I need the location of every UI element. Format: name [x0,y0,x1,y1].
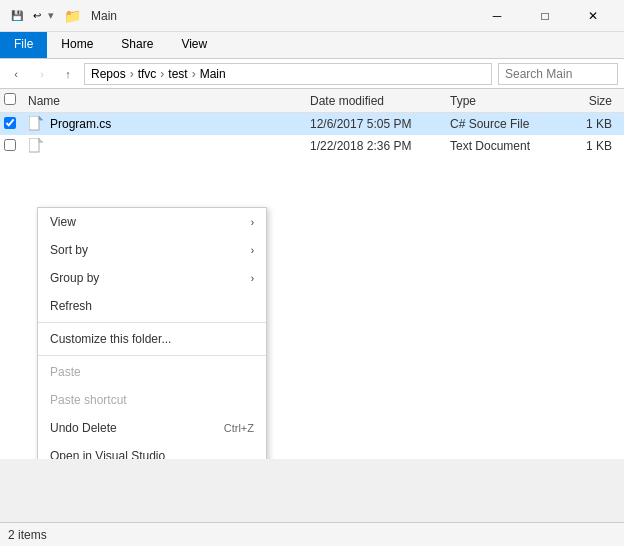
file-row-text[interactable]: 1/22/2018 2:36 PM Text Document 1 KB [0,135,624,157]
header-size[interactable]: Size [560,94,620,108]
window-icon: 📁 [64,8,81,24]
tab-view[interactable]: View [167,32,221,58]
up-btn[interactable]: ↑ [58,64,78,84]
restore-btn[interactable]: □ [522,0,568,32]
tab-file[interactable]: File [0,32,47,58]
path-repos: Repos [91,67,126,81]
file-type-2: Text Document [450,139,560,153]
ctx-group-label: Group by [50,271,99,285]
ribbon-tabs: File Home Share View [0,32,624,58]
file-date-2: 1/22/2018 2:36 PM [310,139,450,153]
file-type-1: C# Source File [450,117,560,131]
path-main: Main [200,67,226,81]
ctx-paste-shortcut-label: Paste shortcut [50,393,127,407]
ribbon: File Home Share View [0,32,624,59]
ctx-paste[interactable]: Paste [38,358,266,386]
file-row-program[interactable]: Program.cs 12/6/2017 5:05 PM C# Source F… [0,113,624,135]
header-checkbox[interactable] [4,93,24,108]
save-quick-btn[interactable]: 💾 [8,7,26,25]
forward-btn[interactable]: › [32,64,52,84]
status-bar: 2 items [0,522,624,546]
ctx-view-label: View [50,215,76,229]
back-btn[interactable]: ‹ [6,64,26,84]
tab-home[interactable]: Home [47,32,107,58]
ctx-customize-label: Customize this folder... [50,332,171,346]
ctx-view[interactable]: View › [38,208,266,236]
close-btn[interactable]: ✕ [570,0,616,32]
file-icon-1 [28,116,44,132]
file-size-1: 1 KB [560,117,620,131]
header-type[interactable]: Type [450,94,560,108]
address-path[interactable]: Repos › tfvc › test › Main [84,63,492,85]
ctx-undo-label: Undo Delete [50,421,117,435]
path-tfvc: tfvc [138,67,157,81]
ctx-open-vs[interactable]: Open in Visual Studio [38,442,266,459]
ctx-group-by[interactable]: Group by › [38,264,266,292]
file-pane: Name Date modified Type Size Program.cs … [0,89,624,459]
tab-share[interactable]: Share [107,32,167,58]
ctx-sort-by[interactable]: Sort by › [38,236,266,264]
path-test: test [168,67,187,81]
ctx-sep-2 [38,355,266,356]
path-sep-2: › [160,67,164,81]
ctx-undo-delete[interactable]: Undo Delete Ctrl+Z [38,414,266,442]
window-title: Main [91,9,117,23]
row-checkbox-2[interactable] [4,139,24,154]
ctx-sort-label: Sort by [50,243,88,257]
address-bar: ‹ › ↑ Repos › tfvc › test › Main [0,59,624,89]
undo-quick-btn[interactable]: ↩ [28,7,46,25]
file-name-text-1: Program.cs [50,117,111,131]
search-input[interactable] [498,63,618,85]
file-date-1: 12/6/2017 5:05 PM [310,117,450,131]
header-name[interactable]: Name [24,94,310,108]
file-name-1: Program.cs [24,116,310,132]
ctx-refresh-label: Refresh [50,299,92,313]
ctx-refresh[interactable]: Refresh [38,292,266,320]
row-checkbox-1[interactable] [4,117,24,132]
context-menu: View › Sort by › Group by › Refresh Cust… [37,207,267,459]
quick-access-toolbar: 💾 ↩ ▾ [8,7,54,25]
ctx-paste-label: Paste [50,365,81,379]
svg-rect-4 [29,138,39,152]
path-sep-3: › [192,67,196,81]
ctx-customize[interactable]: Customize this folder... [38,325,266,353]
window-controls: ─ □ ✕ [474,0,616,32]
qt-dropdown[interactable]: ▾ [48,9,54,22]
path-sep-1: › [130,67,134,81]
ctx-open-vs-label: Open in Visual Studio [50,449,165,459]
file-icon-2 [28,138,44,154]
file-size-2: 1 KB [560,139,620,153]
ctx-paste-shortcut[interactable]: Paste shortcut [38,386,266,414]
title-bar: 💾 ↩ ▾ 📁 Main ─ □ ✕ [0,0,624,32]
ctx-sort-arrow: › [251,245,254,256]
select-all-checkbox[interactable] [4,93,16,105]
ctx-undo-shortcut: Ctrl+Z [224,422,254,434]
svg-rect-0 [29,116,39,130]
header-date[interactable]: Date modified [310,94,450,108]
status-text: 2 items [8,528,47,542]
column-headers: Name Date modified Type Size [0,89,624,113]
ctx-view-arrow: › [251,217,254,228]
ctx-group-arrow: › [251,273,254,284]
svg-marker-1 [39,116,43,120]
file-name-2 [24,138,310,154]
minimize-btn[interactable]: ─ [474,0,520,32]
ctx-sep-1 [38,322,266,323]
svg-marker-5 [39,138,43,142]
